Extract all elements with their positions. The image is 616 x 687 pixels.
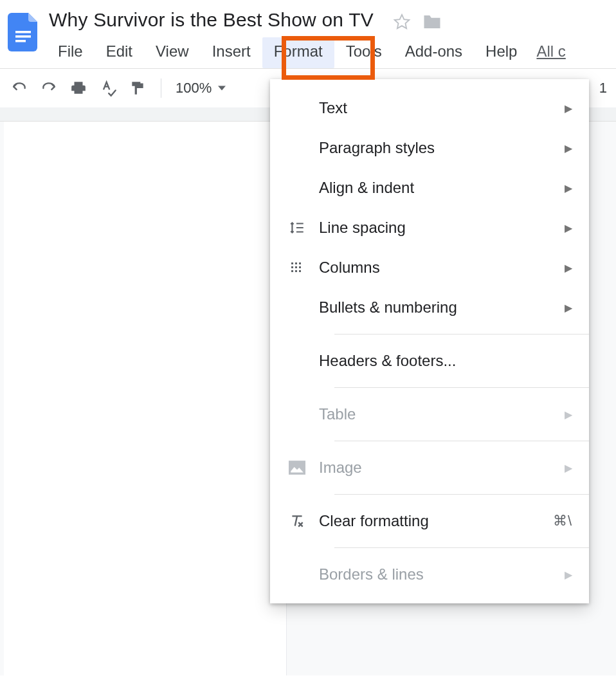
chevron-right-icon: ▶: [565, 182, 572, 194]
star-icon[interactable]: [393, 13, 411, 31]
format-borders-lines: Borders & lines ▶: [270, 554, 589, 594]
format-borders-label: Borders & lines: [319, 565, 553, 583]
menubar: File Edit View Insert Format Tools Add-o…: [46, 37, 616, 68]
menu-help[interactable]: Help: [474, 37, 529, 68]
redo-button[interactable]: [36, 75, 62, 101]
format-table: Table ▶: [270, 394, 589, 434]
chevron-right-icon: ▶: [565, 142, 572, 154]
svg-rect-8: [295, 270, 297, 272]
chevron-right-icon: ▶: [565, 408, 572, 421]
format-line-spacing[interactable]: Line spacing ▶: [270, 208, 589, 248]
format-table-label: Table: [319, 405, 553, 423]
zoom-value: 100%: [176, 80, 212, 96]
format-text[interactable]: Text ▶: [270, 88, 589, 128]
format-headers-label: Headers & footers...: [319, 352, 572, 370]
svg-rect-1: [15, 35, 31, 38]
clear-formatting-icon: [287, 513, 307, 529]
format-text-label: Text: [319, 99, 553, 117]
chevron-right-icon: ▶: [565, 222, 572, 234]
menu-insert[interactable]: Insert: [201, 37, 262, 68]
menu-divider: [334, 547, 589, 548]
menu-format[interactable]: Format: [262, 37, 334, 68]
zoom-dropdown[interactable]: 100%: [172, 80, 230, 96]
svg-rect-6: [295, 262, 297, 264]
clear-shortcut: ⌘\: [553, 513, 572, 529]
menu-divider: [334, 334, 589, 334]
menu-divider: [334, 494, 589, 495]
menu-edit[interactable]: Edit: [95, 37, 144, 68]
format-dropdown: Text ▶ Paragraph styles ▶ Align & indent…: [270, 79, 589, 603]
svg-rect-2: [15, 40, 26, 42]
menu-view[interactable]: View: [144, 37, 201, 68]
svg-rect-7: [295, 266, 297, 268]
menu-divider: [334, 441, 589, 441]
header: Why Survivor is the Best Show on TV File…: [0, 0, 616, 68]
image-icon: [287, 461, 307, 475]
undo-button[interactable]: [6, 75, 32, 101]
svg-rect-0: [15, 31, 31, 33]
svg-rect-10: [299, 266, 301, 268]
format-align-label: Align & indent: [319, 179, 553, 197]
chevron-right-icon: ▶: [565, 462, 572, 474]
format-paragraph-styles[interactable]: Paragraph styles ▶: [270, 128, 589, 168]
format-clear-formatting[interactable]: Clear formatting ⌘\: [270, 501, 589, 541]
format-clear-label: Clear formatting: [319, 512, 541, 530]
svg-rect-9: [299, 262, 301, 264]
chevron-right-icon: ▶: [565, 569, 572, 581]
document-title[interactable]: Why Survivor is the Best Show on TV: [46, 6, 374, 37]
menu-divider: [334, 387, 589, 388]
format-linespacing-label: Line spacing: [319, 219, 553, 237]
chevron-right-icon: ▶: [565, 262, 572, 274]
format-paragraph-label: Paragraph styles: [319, 139, 553, 157]
spellcheck-button[interactable]: [95, 75, 121, 101]
document-page[interactable]: [4, 122, 287, 675]
format-image-label: Image: [319, 459, 553, 477]
format-columns-label: Columns: [319, 259, 553, 277]
chevron-right-icon: ▶: [565, 102, 572, 114]
menu-addons[interactable]: Add-ons: [394, 37, 474, 68]
columns-icon: [287, 260, 307, 275]
line-spacing-icon: [287, 219, 307, 236]
format-bullets-numbering[interactable]: Bullets & numbering ▶: [270, 288, 589, 327]
format-columns[interactable]: Columns ▶: [270, 248, 589, 288]
svg-rect-5: [291, 270, 293, 272]
title-area: Why Survivor is the Best Show on TV File…: [46, 6, 616, 68]
toolbar-separator: [161, 78, 161, 98]
paint-format-button[interactable]: [125, 75, 150, 101]
folder-icon[interactable]: [422, 14, 442, 30]
docs-logo[interactable]: [5, 9, 41, 55]
ruler-value: 1: [599, 80, 610, 96]
format-bullets-label: Bullets & numbering: [319, 298, 553, 316]
menu-tools[interactable]: Tools: [334, 37, 394, 68]
all-changes-link[interactable]: All c: [529, 37, 565, 68]
format-headers-footers[interactable]: Headers & footers...: [270, 341, 589, 381]
svg-rect-3: [291, 262, 293, 264]
chevron-right-icon: ▶: [565, 302, 572, 314]
menu-file[interactable]: File: [46, 37, 95, 68]
svg-rect-11: [299, 270, 301, 272]
format-image: Image ▶: [270, 448, 589, 488]
print-button[interactable]: [66, 75, 91, 101]
svg-rect-4: [291, 266, 293, 268]
format-align-indent[interactable]: Align & indent ▶: [270, 168, 589, 208]
